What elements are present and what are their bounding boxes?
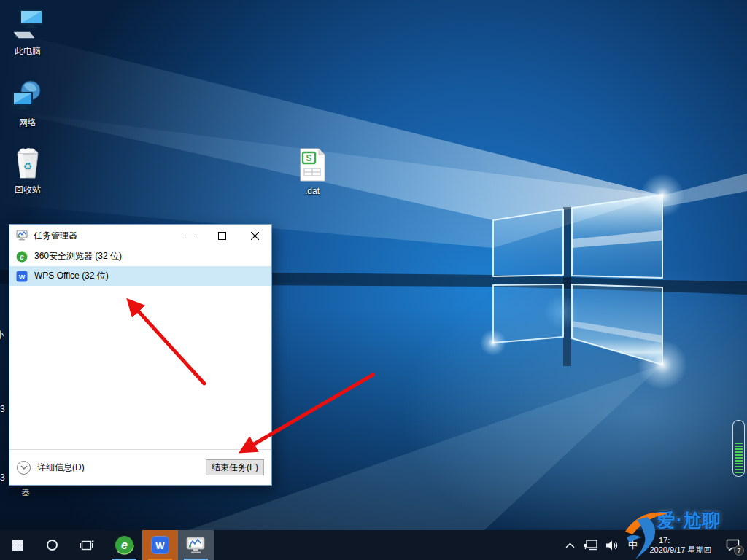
task-row-wps-office[interactable]: W WPS Office (32 位)	[9, 266, 271, 286]
cortana-search-button[interactable]	[35, 530, 69, 560]
partial-label: 小	[0, 329, 4, 341]
desktop-icon-network[interactable]: 网络	[0, 79, 55, 129]
taskbar-task-manager-button[interactable]	[178, 530, 214, 560]
close-button[interactable]	[239, 225, 271, 246]
task-manager-taskbar-icon	[186, 536, 206, 555]
360-browser-icon: e	[16, 251, 28, 262]
svg-text:S: S	[306, 153, 311, 163]
desktop-icon-dat-file[interactable]: S .dat	[285, 148, 340, 196]
wps-office-icon: W	[16, 271, 28, 282]
this-pc-icon	[11, 7, 44, 41]
window-title: 任务管理器	[34, 230, 173, 242]
desktop-icon-recycle-bin[interactable]: ♻ 回收站	[0, 146, 55, 196]
task-list: e 360安全浏览器 (32 位) W WPS Office (32 位)	[9, 246, 271, 449]
partial-label: 3	[0, 404, 5, 414]
task-view-button[interactable]	[69, 530, 104, 560]
more-details-label: 详细信息(D)	[37, 462, 85, 474]
network-status-icon[interactable]	[579, 530, 602, 560]
task-manager-titlebar[interactable]: 任务管理器	[9, 225, 271, 246]
partial-label: 3	[0, 472, 5, 483]
task-manager-window: 任务管理器 e 360安全浏览器 (32 位)	[9, 224, 272, 486]
windows-logo-icon	[12, 540, 23, 551]
chevron-up-icon	[565, 542, 575, 548]
task-manager-footer: 详细信息(D) 结束任务(E)	[9, 449, 271, 485]
minimize-button[interactable]	[173, 225, 206, 246]
volume-level-indicator	[732, 420, 745, 477]
recycle-bin-icon: ♻	[11, 146, 44, 179]
dat-file-icon: S	[295, 148, 329, 182]
360-browser-taskbar-icon: e	[115, 535, 134, 555]
taskbar-wps-button[interactable]: W	[142, 530, 178, 560]
desktop-icon-label: 此电脑	[0, 45, 55, 58]
clock-date: 2020/9/17 星期四	[643, 545, 719, 555]
svg-text:W: W	[19, 273, 26, 280]
maximize-button[interactable]	[206, 225, 239, 246]
end-task-button[interactable]: 结束任务(E)	[206, 459, 264, 475]
taskbar-clock[interactable]: 17: 2020/9/17 星期四	[643, 535, 719, 555]
task-row-label: 360安全浏览器 (32 位)	[34, 250, 122, 262]
task-manager-app-icon	[16, 230, 28, 241]
task-view-icon	[80, 540, 94, 551]
partial-label: 器	[21, 486, 30, 499]
desktop-icon-label: .dat	[285, 186, 340, 196]
more-details-toggle[interactable]: 详细信息(D)	[17, 461, 85, 475]
volume-bars	[735, 443, 743, 473]
taskbar-360-browser-button[interactable]: e	[107, 530, 142, 560]
network-icon	[11, 79, 44, 112]
svg-text:W: W	[155, 540, 165, 551]
start-button[interactable]	[0, 530, 35, 560]
svg-text:e: e	[121, 539, 128, 551]
desktop-icon-label: 网络	[0, 117, 55, 129]
wps-taskbar-icon: W	[151, 536, 169, 554]
svg-text:e: e	[20, 252, 24, 260]
notification-count-badge: 7	[734, 545, 744, 556]
notification-center-button[interactable]: 7	[719, 530, 747, 560]
desktop-icon-label: 回收站	[0, 184, 55, 196]
ime-language-indicator[interactable]: 中	[623, 530, 643, 560]
chevron-down-circle-icon	[17, 461, 31, 475]
taskbar: e W	[0, 530, 747, 560]
system-tray: 中 17: 2020/9/17 星期四 7	[561, 530, 747, 560]
desktop-icon-this-pc[interactable]: 此电脑	[0, 7, 55, 58]
tray-expand-button[interactable]	[561, 530, 579, 560]
windows-desktop: 此电脑 网络 ♻ 回收站 S	[0, 0, 747, 560]
clock-time: 17:	[643, 536, 719, 545]
task-row-360-browser[interactable]: e 360安全浏览器 (32 位)	[9, 246, 271, 266]
volume-icon[interactable]	[602, 530, 623, 560]
svg-text:♻: ♻	[23, 160, 33, 172]
task-row-label: WPS Office (32 位)	[34, 270, 109, 282]
cortana-circle-icon	[47, 540, 58, 551]
